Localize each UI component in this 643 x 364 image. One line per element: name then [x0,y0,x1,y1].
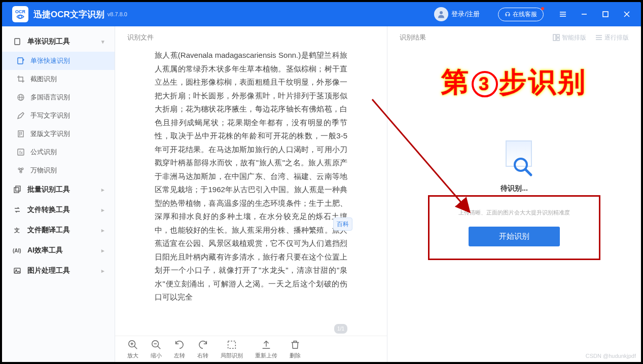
wait-label: 待识别... [501,184,528,193]
sidebar-item-multilang[interactable]: 多国语言识别 [2,88,115,106]
sidebar-item-handwriting[interactable]: 手写文字识别 [2,106,115,125]
avatar-icon[interactable] [434,7,448,21]
zoom-out-icon [151,339,162,350]
headset-icon [505,11,511,17]
translate-icon: 文 [12,225,22,235]
trash-icon [290,339,301,350]
app-logo-icon: OCR [12,6,28,22]
svg-text:文: 文 [14,227,20,233]
chevron-right-icon: ▸ [101,247,104,254]
svg-rect-38 [228,341,236,348]
rotate-left-icon [174,339,185,350]
sidebar-item-formula[interactable]: fx公式识别 [2,143,115,161]
sidebar-group-translate[interactable]: 文文件翻译工具▸ [2,220,115,240]
svg-rect-29 [14,268,20,273]
upload-icon [261,339,272,350]
formula-icon: fx [16,148,25,157]
chevron-right-icon: ▸ [101,227,104,234]
app-title: 迅捷OCR文字识别 [33,9,104,20]
annotation-arrow-icon [367,94,499,226]
svg-rect-39 [553,34,556,41]
layout-icon [553,34,560,41]
object-icon [16,166,25,175]
tool-zoom-in[interactable]: 放大 [127,339,138,359]
source-header: 识别文件 [115,26,387,49]
svg-line-32 [134,346,137,349]
crop-icon [16,75,25,84]
source-pane: 识别文件 旅人蕉(Ravenala madagascariensis Sonn.… [115,26,387,362]
document-preview[interactable]: 旅人蕉(Ravenala madagascariensis Sonn.)是鹤望兰… [115,49,387,336]
close-button[interactable] [623,10,631,18]
sidebar-item-everything[interactable]: 万物识别 [2,161,115,179]
svg-rect-26 [16,186,20,191]
maximize-button[interactable] [601,10,610,18]
svg-line-45 [372,99,469,211]
chevron-down-icon: ▾ [101,39,104,45]
svg-point-0 [19,15,22,18]
svg-rect-14 [18,131,23,137]
line-layout-button[interactable]: 逐行排版 [595,33,629,42]
image-icon [12,266,22,276]
start-recognition-button[interactable]: 开始识别 [469,227,560,246]
waiting-illustration-icon [496,140,532,176]
tool-rotate-right[interactable]: 右转 [197,339,208,359]
tool-zoom-out[interactable]: 缩小 [151,339,162,359]
page-indicator: 1/1 [334,324,347,334]
baike-badge[interactable]: 百科 [333,217,352,231]
svg-rect-40 [557,34,559,37]
content: 识别文件 旅人蕉(Ravenala madagascariensis Sonn.… [115,26,641,362]
document-text: 旅人蕉(Ravenala madagascariensis Sonn.)是鹤望兰… [155,49,347,336]
customer-service-button[interactable]: 在线客服 [498,8,544,21]
result-pane: 识别结果 智能排版 逐行排版 第3步识别 待识别. [387,26,641,362]
zoom-in-icon [127,339,138,350]
toolbar: 放大 缩小 左转 右转 局部识别 重新上传 删除 [115,336,387,362]
sidebar-item-quick[interactable]: 单张快速识别 [2,52,115,70]
svg-rect-25 [14,188,19,193]
ai-icon: (AI) [12,245,22,256]
single-page-icon [12,37,22,47]
smart-layout-button[interactable]: 智能排版 [553,33,586,42]
sidebar-group-convert[interactable]: 文件转换工具▸ [2,200,115,220]
batch-icon [12,185,22,195]
tool-rotate-left[interactable]: 左转 [174,339,185,359]
minimize-button[interactable] [580,10,588,18]
app-window: OCR 迅捷OCR文字识别 v8.7.8.0 登录/注册 在线客服 单张识别工具… [2,2,641,362]
svg-line-36 [158,346,161,349]
menu-icon[interactable] [559,10,567,18]
sidebar-group-single[interactable]: 单张识别工具 ▾ [2,31,115,52]
sidebar-group-ai[interactable]: (AI)AI效率工具▸ [2,240,115,261]
sidebar-item-vertical[interactable]: 竖版文字识别 [2,125,115,143]
app-version: v8.7.8.0 [108,11,127,17]
chevron-right-icon: ▸ [101,268,104,274]
region-icon [226,339,237,350]
watermark: CSDN @hudunkjpdf [586,353,636,359]
svg-rect-10 [18,58,23,64]
svg-rect-9 [15,39,20,45]
chevron-right-icon: ▸ [101,187,104,193]
quick-icon [16,56,25,65]
convert-icon [12,205,22,215]
chevron-right-icon: ▸ [101,207,104,213]
globe-icon [16,93,25,102]
sidebar-group-batch[interactable]: 批量识别工具▸ [2,179,115,200]
svg-rect-41 [557,38,559,41]
result-header: 识别结果 智能排版 逐行排版 [387,26,641,49]
lines-icon [595,34,602,41]
titlebar: OCR 迅捷OCR文字识别 v8.7.8.0 登录/注册 在线客服 [2,2,641,26]
pen-icon [16,111,25,120]
svg-line-47 [525,169,531,175]
sidebar-group-image[interactable]: 图片处理工具▸ [2,261,115,281]
svg-text:fx: fx [19,150,23,155]
result-body: 第3步识别 待识别... 上传清晰、正面的图片会大大提升识别精准度 [387,49,641,362]
svg-point-1 [440,11,443,14]
rotate-right-icon [197,339,208,350]
vertical-text-icon [16,129,25,138]
svg-text:(AI): (AI) [13,248,21,253]
tool-delete[interactable]: 删除 [290,339,301,359]
sidebar: 单张识别工具 ▾ 单张快速识别 截图识别 多国语言识别 手写文字识别 竖版文字识… [2,26,115,362]
sidebar-item-screenshot[interactable]: 截图识别 [2,70,115,88]
tool-reupload[interactable]: 重新上传 [255,339,277,359]
svg-rect-6 [603,12,608,17]
login-link[interactable]: 登录/注册 [451,10,480,19]
tool-region[interactable]: 局部识别 [221,339,243,359]
